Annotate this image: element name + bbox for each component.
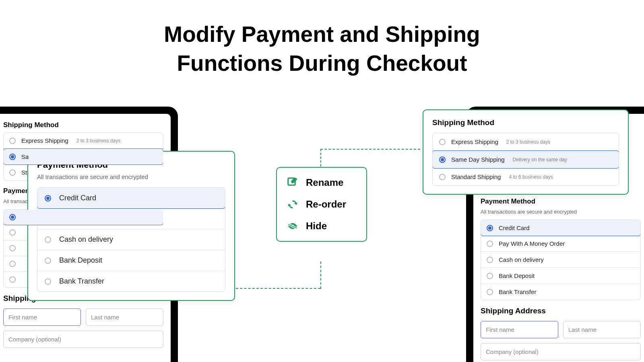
- radio-icon: [439, 174, 446, 180]
- action-reorder[interactable]: Re-order: [287, 198, 357, 210]
- radio-icon: [487, 289, 493, 295]
- payment-option-money-order[interactable]: Pay With A Money Order: [481, 236, 640, 252]
- payment-method-title: Payment Method: [481, 197, 641, 206]
- dashed-connector: [320, 149, 420, 150]
- shipping-method-title: Shipping Method: [3, 121, 163, 129]
- radio-icon: [487, 225, 493, 231]
- radio-icon: [9, 229, 16, 236]
- radio-icon: [45, 278, 51, 285]
- first-name-field[interactable]: First name: [481, 321, 558, 338]
- last-name-field[interactable]: Last name: [86, 309, 163, 326]
- popup-title: Shipping Method: [432, 118, 619, 127]
- radio-icon: [487, 241, 493, 247]
- payment-option-cut[interactable]: [3, 209, 163, 225]
- page-headline: Modify Payment and Shipping Functions Du…: [0, 20, 644, 78]
- company-field[interactable]: Company (optional): [481, 343, 641, 360]
- dashed-connector: [320, 149, 321, 167]
- radio-icon: [9, 169, 16, 176]
- radio-icon: [45, 237, 51, 243]
- radio-icon: [9, 261, 16, 267]
- payment-option-bank-deposit[interactable]: Bank Deposit: [37, 250, 225, 271]
- action-hide[interactable]: Hide: [287, 220, 357, 232]
- radio-icon: [439, 156, 446, 163]
- radio-icon: [439, 139, 446, 145]
- dashed-connector: [320, 261, 321, 289]
- radio-icon: [9, 138, 16, 144]
- refresh-icon: [287, 198, 299, 210]
- radio-icon: [9, 276, 16, 283]
- radio-icon: [9, 154, 16, 160]
- shipping-option-express[interactable]: Express Shipping 2 to 3 business days: [433, 133, 619, 151]
- payment-option-credit-card[interactable]: Credit Card: [481, 220, 641, 236]
- company-field[interactable]: Company (optional): [3, 331, 163, 348]
- payment-option-cod[interactable]: Cash on delivery: [37, 229, 225, 250]
- radio-icon: [45, 257, 51, 264]
- popup-subtitle: All transactions are secure and encrypte…: [37, 173, 225, 180]
- first-name-field[interactable]: First name: [3, 309, 81, 326]
- payment-option-bank-deposit[interactable]: Bank Deposit: [481, 268, 640, 284]
- payment-method-popup: Payment Method All transactions are secu…: [27, 151, 235, 301]
- shipping-option-partial-1[interactable]: Sa: [3, 148, 163, 165]
- edit-icon: [287, 177, 299, 189]
- payment-method-subtitle: All transactions are secure and encrypte…: [481, 209, 641, 215]
- shipping-address-title: Shipping Address: [481, 306, 641, 315]
- payment-option-credit-card[interactable]: Credit Card: [37, 187, 225, 209]
- shipping-option-standard[interactable]: Standard Shipping 4 to 6 business days: [433, 168, 619, 185]
- shipping-method-popup: Shipping Method Express Shipping 2 to 3 …: [423, 109, 629, 195]
- dashed-connector: [236, 288, 320, 289]
- shipping-option-express[interactable]: Express Shipping 2 to 3 business days: [4, 133, 163, 149]
- shipping-option-same-day[interactable]: Same Day Shipping Delivery on the same d…: [432, 150, 619, 169]
- radio-icon: [487, 273, 493, 279]
- radio-icon: [487, 257, 493, 263]
- radio-icon: [45, 195, 51, 202]
- actions-card: Rename Re-order Hide: [276, 167, 367, 242]
- last-name-field[interactable]: Last name: [563, 321, 641, 338]
- payment-option-bank-transfer[interactable]: Bank Transfer: [481, 284, 640, 300]
- action-rename[interactable]: Rename: [287, 177, 357, 189]
- eye-off-icon: [287, 220, 299, 232]
- payment-option-bank-transfer[interactable]: Bank Transfer: [37, 271, 225, 292]
- radio-icon: [9, 214, 16, 220]
- payment-option-cod[interactable]: Cash on delivery: [481, 252, 640, 268]
- radio-icon: [9, 245, 16, 251]
